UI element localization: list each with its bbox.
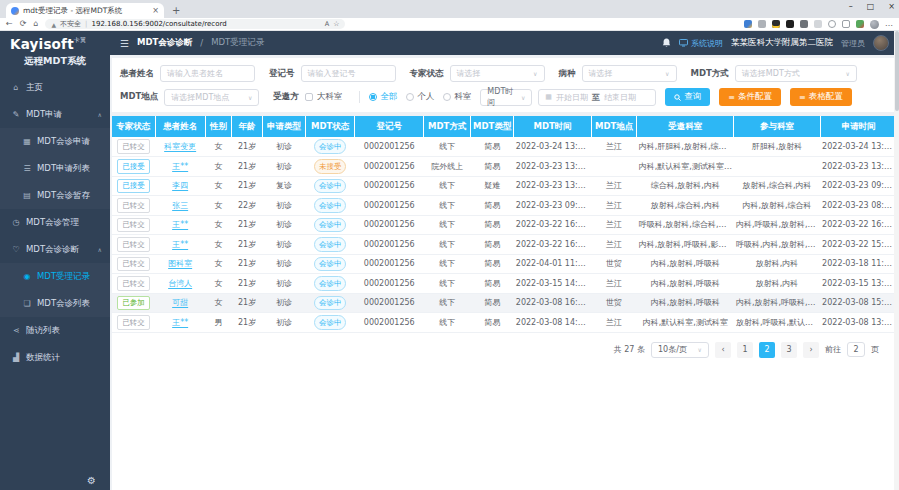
patient-name-link[interactable]: 王** bbox=[172, 240, 188, 249]
patient-name-link[interactable]: 王** bbox=[172, 318, 188, 327]
menu-collapse-icon[interactable]: ☰ bbox=[120, 38, 129, 49]
register-no-input[interactable]: 请输入登记号 bbox=[301, 65, 396, 82]
calendar-icon: ▦ bbox=[545, 93, 552, 101]
page-size-select[interactable]: 10条/页∨ bbox=[651, 342, 709, 358]
column-header: 专家状态 bbox=[112, 116, 155, 137]
sidebar-item-mdt-diagnosis[interactable]: ♡MDT会诊诊断∧ bbox=[0, 236, 110, 263]
invited-depts-cell: 内科,肝胆科,放射科,综合科 bbox=[639, 142, 734, 151]
sidebar-item-mdt-apply-list[interactable]: ☰MDT申请列表 bbox=[0, 155, 110, 182]
read-aloud-icon[interactable]: A bbox=[325, 20, 329, 28]
page-scrollbar[interactable] bbox=[894, 31, 899, 490]
expert-status-badge: 已转交 bbox=[117, 139, 150, 154]
mdt-type-cell: 简易 bbox=[484, 298, 500, 307]
address-bar[interactable]: ▲ 不安全 | 192.168.0.156:9002/consultate/re… bbox=[45, 19, 345, 29]
mdt-status-badge: 会诊中 bbox=[314, 276, 347, 291]
radio-personal[interactable]: 个人 bbox=[406, 91, 434, 103]
sidebar-item-mdt-consult-apply[interactable]: ▦MDT会诊申请 bbox=[0, 128, 110, 155]
extension-icon[interactable] bbox=[800, 20, 808, 28]
extension-icon[interactable] bbox=[744, 20, 752, 28]
big-dept-checkbox-label[interactable]: 大科室 bbox=[317, 91, 343, 103]
register-no-cell-container: 0002001256 bbox=[355, 157, 424, 177]
page-button-3[interactable]: 3 bbox=[781, 342, 797, 358]
big-dept-checkbox[interactable] bbox=[305, 93, 313, 101]
patient-name-link[interactable]: 李四 bbox=[172, 181, 188, 190]
sidebar-menu: ⌂主页✎MDT申请∧▦MDT会诊申请☰MDT申请列表▤MDT会诊暂存◷MDT会诊… bbox=[0, 74, 110, 371]
system-help-link[interactable]: 系统说明 bbox=[679, 38, 723, 49]
extension-icon[interactable] bbox=[856, 20, 864, 28]
window-maximize-button[interactable]: □ bbox=[867, 2, 875, 11]
age-cell-container: 21岁 bbox=[232, 137, 263, 157]
sidebar-item-mdt-consult-draft[interactable]: ▤MDT会诊暂存 bbox=[0, 182, 110, 209]
window-close-button[interactable]: × bbox=[888, 2, 895, 11]
sidebar-item-mdt-apply[interactable]: ✎MDT申请∧ bbox=[0, 101, 110, 128]
date-range-picker[interactable]: ▦ 开始日期 至 结束日期 bbox=[538, 89, 656, 106]
mdt-place-cell-container: 兰江 bbox=[591, 196, 636, 216]
mdt-time-select[interactable]: MDT时间∨ bbox=[480, 89, 532, 106]
extension-icon[interactable] bbox=[786, 20, 794, 28]
new-tab-button[interactable]: + bbox=[172, 3, 180, 18]
mdt-type-cell-container: 疑难 bbox=[471, 176, 514, 196]
patient-name-link[interactable]: 台湾人 bbox=[168, 279, 192, 288]
mdt-time-cell-container: 2022-03-22 16:40:00 bbox=[514, 215, 592, 235]
sidebar-item-home[interactable]: ⌂主页 bbox=[0, 74, 110, 101]
window-minimize-button[interactable]: – bbox=[849, 2, 853, 11]
sidebar-item-followup-list[interactable]: ⋖随访列表 bbox=[0, 317, 110, 344]
extension-icon[interactable] bbox=[814, 20, 822, 28]
bell-icon[interactable] bbox=[662, 38, 671, 48]
patient-name-input[interactable]: 请输入患者姓名 bbox=[160, 65, 255, 82]
profile-avatar[interactable] bbox=[870, 20, 879, 29]
chevron-down-icon: ∨ bbox=[840, 70, 849, 77]
refresh-icon[interactable]: ⟳ bbox=[20, 20, 27, 28]
sidebar-item-mdt-consult-list[interactable]: ❏MDT会诊列表 bbox=[0, 290, 110, 317]
more-menu-icon[interactable]: … bbox=[885, 20, 893, 28]
sidebar-item-data-stats[interactable]: ▟数据统计 bbox=[0, 344, 110, 371]
date-end-placeholder: 结束日期 bbox=[604, 92, 636, 103]
home-nav-icon[interactable]: ⌂ bbox=[33, 20, 38, 28]
radio-dept[interactable]: 科室 bbox=[443, 91, 471, 103]
patient-name-link[interactable]: 王** bbox=[172, 162, 188, 171]
sidebar-item-mdt-accept-record[interactable]: ◉MDT受理记录 bbox=[0, 263, 110, 290]
mdt-mode-cell: 院外线上 bbox=[431, 162, 463, 171]
sync-icon[interactable] bbox=[828, 20, 836, 28]
page-button-2[interactable]: 2 bbox=[759, 342, 775, 358]
pagination-total: 共 27 条 bbox=[614, 344, 645, 355]
scrollbar-thumb[interactable] bbox=[895, 31, 899, 111]
split-screen-icon[interactable] bbox=[842, 20, 850, 28]
sidebar-item-mdt-manage[interactable]: ◷MDT会诊管理 bbox=[0, 209, 110, 236]
patient-name-link[interactable]: 科室变更 bbox=[164, 142, 196, 151]
register-no-cell: 0002001256 bbox=[364, 298, 415, 307]
goto-page-input[interactable]: 2 bbox=[847, 342, 865, 357]
extension-icon[interactable] bbox=[772, 20, 780, 28]
next-page-button[interactable]: › bbox=[803, 342, 819, 358]
gender-cell-container: 女 bbox=[205, 157, 232, 177]
browser-tab[interactable]: mdt受理记录 - 远程MDT系统 × bbox=[6, 3, 164, 18]
table-config-button[interactable]: ≡表格配置 bbox=[790, 88, 852, 106]
condition-config-button[interactable]: ≡条件配置 bbox=[719, 88, 781, 106]
tab-close-icon[interactable]: × bbox=[152, 6, 159, 15]
extension-icon[interactable] bbox=[758, 20, 766, 28]
user-avatar[interactable] bbox=[873, 35, 889, 51]
breadcrumb-parent[interactable]: MDT会诊诊断 bbox=[137, 37, 192, 49]
register-no-cell-container: 0002001256 bbox=[355, 137, 424, 157]
patient-name-link[interactable]: 可甜 bbox=[172, 298, 188, 307]
disease-select[interactable]: 请选择∨ bbox=[582, 65, 677, 82]
radio-all[interactable]: 全部 bbox=[369, 91, 397, 103]
back-icon[interactable]: ← bbox=[6, 20, 13, 28]
patient-name-link[interactable]: 张三 bbox=[172, 201, 188, 210]
mdt-mode-cell-container: 线下 bbox=[424, 293, 471, 313]
gender-cell-container: 女 bbox=[205, 293, 232, 313]
gear-icon[interactable]: ⚙ bbox=[87, 475, 96, 486]
patient-name-link[interactable]: 王** bbox=[172, 220, 188, 229]
join-depts-cell-container: 呼吸科,内科,放射科,影像科 bbox=[734, 235, 820, 255]
page-button-1[interactable]: 1 bbox=[737, 342, 753, 358]
patient-name-link[interactable]: 图科室 bbox=[168, 259, 192, 268]
apply-time-cell-container: 2022-03-23 09:35:39 bbox=[820, 176, 897, 196]
mdt-mode-select[interactable]: 请选择MDT方式∨ bbox=[735, 65, 857, 82]
prev-page-button[interactable]: ‹ bbox=[715, 342, 731, 358]
favorite-star-icon[interactable]: ☆ bbox=[333, 20, 339, 28]
search-button[interactable]: 查询 bbox=[665, 88, 710, 106]
expert-status-select[interactable]: 请选择∨ bbox=[450, 65, 545, 82]
invited-depts-cell: 内科,放射科,呼吸科 bbox=[651, 259, 720, 268]
table-row: 已接受李四女21岁复诊会诊中0002001256线下疑难2022-03-23 1… bbox=[112, 176, 897, 196]
mdt-place-select[interactable]: 请选择MDT地点∨ bbox=[164, 89, 259, 106]
